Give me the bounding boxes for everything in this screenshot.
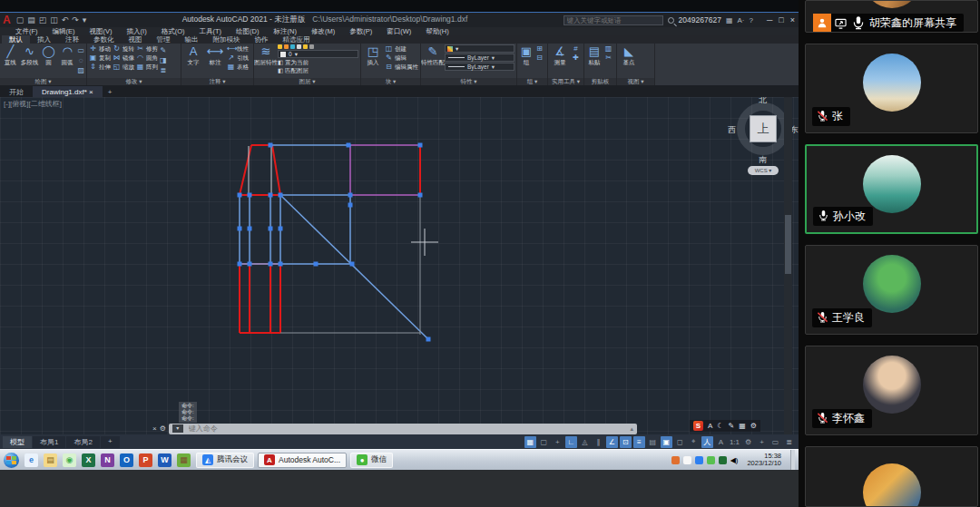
layers-panel-label[interactable]: 图层 ▾	[254, 78, 360, 85]
annotate-small-2[interactable]: ▦表格	[227, 63, 249, 71]
bylayer-dropdown-1[interactable]: ByLayer▾	[445, 63, 514, 71]
layer-dropdown[interactable]: 0▾	[278, 50, 358, 58]
modify-item-1-1[interactable]: ⋈镜像	[113, 54, 134, 62]
wcs-dropdown[interactable]: WCS ▾	[748, 166, 779, 175]
outlook-icon[interactable]: O	[120, 453, 133, 467]
grip[interactable]	[348, 203, 353, 208]
grip[interactable]	[269, 193, 273, 198]
show-desktop-button[interactable]	[790, 450, 795, 471]
menu-2[interactable]: 视图(V)	[83, 27, 119, 35]
menu-3[interactable]: 插入(I)	[121, 27, 153, 35]
ribbon-tab-3[interactable]: 参数化	[86, 35, 122, 44]
ribbon-tab-4[interactable]: 视图	[122, 35, 150, 44]
menu-10[interactable]: 窗口(W)	[380, 27, 417, 35]
layer-state-5[interactable]	[309, 44, 314, 49]
ie-icon[interactable]: e	[24, 453, 38, 467]
block-panel-label[interactable]: 块 ▾	[361, 78, 420, 85]
modify-item-0-1[interactable]: ▣复制	[89, 54, 111, 62]
status-icon-1[interactable]: ▢	[538, 436, 550, 448]
grip[interactable]	[238, 262, 242, 267]
grip[interactable]	[248, 227, 252, 231]
status-icon-8[interactable]: ≡	[633, 436, 645, 448]
view-cube[interactable]: 上 北 南 西 东	[737, 102, 789, 155]
menu-11[interactable]: 帮助(H)	[419, 27, 455, 35]
grip[interactable]	[269, 262, 273, 267]
command-close-icon[interactable]: ×	[152, 424, 157, 433]
close-button[interactable]: ×	[790, 15, 795, 24]
minimize-button[interactable]: ─	[767, 15, 772, 24]
draw-extra-1[interactable]: ◌	[79, 56, 83, 64]
grip[interactable]	[248, 262, 252, 267]
command-input[interactable]	[187, 424, 627, 434]
clipboard-small-0[interactable]: ▥	[604, 44, 614, 53]
view-panel-label[interactable]: 视图 ▾	[617, 78, 654, 85]
taskbar-window-2[interactable]: ●微信	[350, 453, 393, 468]
status-icon-7[interactable]: ⊡	[620, 436, 632, 448]
taskbar-window-1[interactable]: AAutodesk AutoC...	[258, 453, 347, 468]
group-small-1[interactable]: ⊟	[535, 54, 545, 62]
grip[interactable]	[269, 227, 273, 231]
tray-icon-4[interactable]	[719, 456, 727, 464]
tray-icon-0[interactable]	[671, 456, 680, 464]
menu-7[interactable]: 标注(N)	[268, 27, 303, 35]
onenote-icon[interactable]: N	[101, 453, 114, 467]
grip[interactable]	[418, 143, 423, 148]
tab-drawing1[interactable]: Drawing1.dxf* ×	[33, 86, 103, 97]
group-big-0[interactable]: ▣组	[519, 44, 534, 78]
volume-icon[interactable]: ◀)	[730, 456, 739, 464]
participant-tile-王学良[interactable]: 王学良	[805, 245, 978, 335]
viewcube-south[interactable]: 南	[759, 154, 767, 166]
minecraft-icon[interactable]: ▦	[177, 453, 191, 467]
menu-1[interactable]: 编辑(E)	[46, 27, 82, 35]
grip[interactable]	[238, 193, 242, 198]
annotate-panel-label[interactable]: 注释 ▾	[181, 78, 253, 85]
status-icon-16[interactable]: ⚙	[742, 436, 754, 448]
status-icon-17[interactable]: +	[756, 436, 768, 448]
menu-4[interactable]: 格式(O)	[155, 27, 191, 35]
viewcube-north[interactable]: 北	[759, 97, 767, 106]
menu-8[interactable]: 修改(M)	[305, 27, 341, 35]
status-icon-6[interactable]: ∠	[606, 436, 618, 448]
modify-panel-label[interactable]: 修改 ▾	[87, 78, 181, 85]
layout-tab-2[interactable]: 布局2	[66, 436, 99, 448]
group-panel-label[interactable]: 组 ▾	[517, 78, 547, 85]
qat-icon-0[interactable]: ▢	[16, 15, 24, 24]
ribbon-tab-1[interactable]: 插入	[30, 35, 58, 44]
grip[interactable]	[418, 193, 423, 198]
block-big-0[interactable]: ◳插入	[363, 44, 383, 78]
drawing-canvas[interactable]: [-][俯视][二维线框] 上 北 南 西 东 WCS ▾ 命令:命令:命令:	[0, 97, 799, 434]
status-icon-15[interactable]: 1:1	[729, 436, 740, 448]
layer-state-3[interactable]	[297, 44, 301, 49]
bylayer-dropdown-0[interactable]: ByLayer▾	[445, 54, 514, 62]
modify-item-2-1[interactable]: ◠圆角	[136, 54, 158, 62]
menu-0[interactable]: 文件(F)	[9, 27, 44, 35]
modify-item-1-0[interactable]: ↻旋转	[113, 44, 134, 53]
search-icon[interactable]	[668, 17, 674, 24]
scrollbar-thumb[interactable]	[785, 215, 791, 274]
annotate-big-0[interactable]: A文字	[183, 44, 203, 78]
layer-btn-0[interactable]: ◧ 置为当前	[278, 59, 358, 66]
layer-state-2[interactable]	[290, 44, 295, 49]
participant-tile-李怀鑫[interactable]: 李怀鑫	[805, 346, 978, 435]
status-icon-14[interactable]: A	[715, 436, 727, 448]
excel-icon[interactable]: X	[82, 453, 95, 467]
grip[interactable]	[347, 143, 351, 148]
draw-3[interactable]: ◠圆弧	[59, 44, 76, 78]
ribbon-tab-2[interactable]: 注释	[58, 35, 86, 44]
participant-tile-partial-4[interactable]	[805, 446, 978, 507]
annotate-big-1[interactable]: ⟷标注	[205, 44, 225, 78]
utils-panel-label[interactable]: 实用工具 ▾	[548, 78, 583, 85]
block-small-1[interactable]: ✎编辑	[385, 54, 418, 62]
ribbon-tab-9[interactable]: 精选应用	[276, 35, 318, 44]
360-browser-icon[interactable]: ◉	[63, 453, 76, 467]
layout-tab-add[interactable]: +	[101, 436, 120, 448]
clipboard-big-0[interactable]: ▤粘贴	[586, 44, 603, 78]
tray-icon-1[interactable]	[683, 456, 691, 464]
modify-item-0-2[interactable]: ⇕拉伸	[89, 63, 111, 71]
draw-0[interactable]: ╱直线	[2, 44, 19, 78]
new-tab-button[interactable]: +	[103, 86, 118, 97]
share-tile[interactable]: 胡荣鑫的屏幕共享	[805, 0, 978, 33]
grip[interactable]	[279, 227, 283, 231]
status-icon-2[interactable]: +	[552, 436, 564, 448]
viewcube-west[interactable]: 西	[728, 124, 736, 136]
